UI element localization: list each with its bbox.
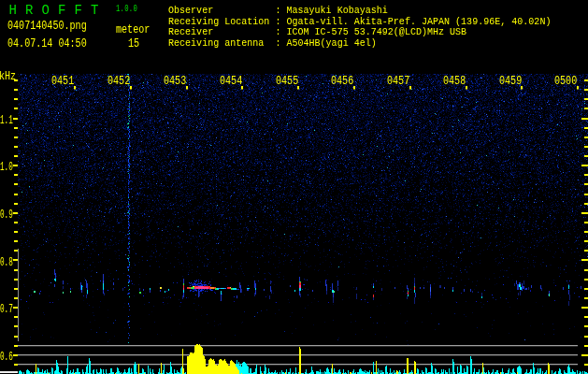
freq-tick-label: 0.8 bbox=[0, 257, 12, 268]
freq-tick-label: 1.1 bbox=[0, 115, 12, 126]
hrofft-screen: HROFFT 1.0.0 0407140450.png meteor 04.07… bbox=[0, 0, 588, 374]
station-info-row: Receiving antenna : A504HB(yagi 4el) bbox=[168, 38, 377, 49]
freq-tick-label: 0.6 bbox=[0, 352, 12, 363]
freq-tick-label: 1.0 bbox=[0, 162, 12, 173]
station-info-row: Receiver : ICOM IC-575 53.7492(@LCD)MHz … bbox=[168, 27, 466, 37]
app-version: 1.0.0 bbox=[116, 4, 137, 14]
station-info-row: Observer : Masayuki Kobayashi bbox=[168, 6, 388, 16]
station-info-row: Receiving Location : Ogata-vill. Akita-P… bbox=[168, 17, 551, 27]
time-tick-label: 0453 bbox=[164, 76, 186, 87]
time-tick-label: 0500 bbox=[554, 76, 577, 87]
time-tick-label: 0459 bbox=[499, 76, 522, 87]
app-logo: HROFFT bbox=[9, 4, 108, 17]
echo-count: 15 bbox=[128, 38, 139, 50]
output-filename: 0407140450.png bbox=[7, 21, 87, 32]
observation-datetime: 04.07.14 04:50 bbox=[7, 38, 87, 50]
time-tick-label: 0458 bbox=[443, 76, 466, 87]
time-tick-label: 0454 bbox=[220, 76, 242, 87]
time-tick-label: 0451 bbox=[51, 76, 74, 87]
time-tick-label: 0455 bbox=[276, 76, 298, 87]
time-tick-label: 0456 bbox=[331, 76, 353, 87]
freq-tick-label: 0.7 bbox=[0, 304, 12, 315]
observation-mode: meteor bbox=[116, 24, 150, 36]
time-tick-label: 0452 bbox=[108, 76, 130, 87]
spectrogram-canvas bbox=[0, 0, 588, 374]
freq-tick-label: 0.9 bbox=[0, 209, 12, 221]
freq-axis-unit: kHz bbox=[0, 71, 16, 82]
time-tick-label: 0457 bbox=[387, 76, 409, 87]
